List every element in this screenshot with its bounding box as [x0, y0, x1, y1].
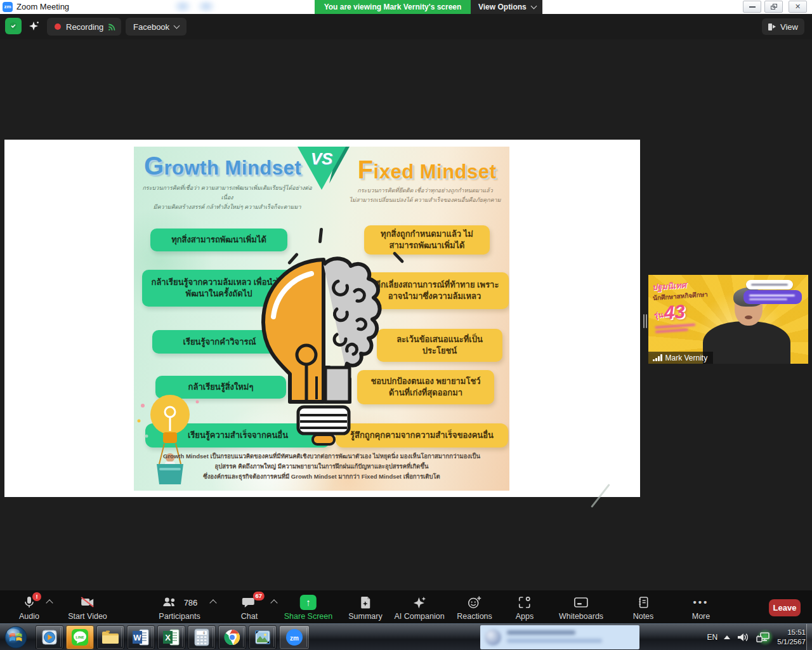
security-shield-icon[interactable] [5, 18, 22, 34]
share-screen-icon: ↑ [300, 595, 317, 610]
zoom-meeting-window: zm Zoom Meeting You are viewing Mark Ver… [0, 0, 812, 650]
mindset-infographic: Growth Mindset VS Fixed Mindset กระบวนกา… [134, 147, 509, 491]
whiteboards-button[interactable]: Whiteboards [559, 595, 603, 621]
taskbar-file-explorer[interactable] [96, 625, 124, 649]
notification-blurred-message [507, 639, 602, 643]
infographic-footer: Growth Mindset เป็นกรอบแนวคิดของคนที่มีท… [147, 451, 497, 482]
reactions-button[interactable]: Reactions [457, 595, 492, 621]
more-button[interactable]: ••• More [692, 595, 710, 621]
ai-companion-sparkle-icon[interactable] [27, 19, 42, 37]
panel-resize-handle[interactable] [642, 314, 648, 328]
chat-options-caret[interactable] [270, 599, 277, 606]
calculator-display: 0 [203, 631, 205, 635]
zoom-app-icon: zm [3, 2, 13, 12]
speech-bubble-white [746, 280, 793, 289]
zoom-bottom-toolbar: ! Audio Start Video 786 Participants 67 … [0, 590, 812, 623]
participant-video-tile[interactable]: ปฐมนิเทศ นักศึกษาสหกิจศึกษา รุ่น 43 Mark… [648, 275, 808, 364]
line-label: LINE [75, 635, 84, 639]
vs-label: VS [298, 149, 346, 169]
viewing-screen-banner: You are viewing Mark Vernity's screen [315, 0, 471, 14]
taskbar-calculator[interactable]: 0 [188, 625, 216, 649]
participant-name-bar: Mark Vernity [648, 352, 713, 364]
apps-button[interactable]: Apps [516, 595, 534, 621]
chevron-down-icon [530, 3, 537, 10]
taskbar-chrome[interactable] [218, 625, 246, 649]
bulb-brain-illustration [251, 255, 396, 448]
restore-button[interactable] [764, 1, 783, 13]
taskbar-zoom[interactable]: zm [279, 625, 310, 649]
chat-unread-badge: 67 [252, 592, 265, 600]
window-title: Zoom Meeting [16, 2, 69, 11]
audio-button[interactable]: ! Audio [19, 595, 39, 621]
view-layout-button[interactable]: View [762, 18, 804, 35]
shared-screen-area: Growth Mindset VS Fixed Mindset กระบวนกา… [4, 140, 640, 497]
taskbar-word[interactable]: W [127, 625, 155, 649]
notes-button[interactable]: Notes [633, 595, 654, 621]
titlebar-smudge [170, 1, 195, 11]
taskbar-line[interactable]: LINE [66, 625, 94, 649]
svg-text:X: X [165, 633, 171, 642]
signal-strength-icon [653, 354, 662, 361]
titlebar-smudge [193, 1, 219, 11]
live-stream-icon[interactable] [103, 18, 121, 36]
chat-notification-toast[interactable] [480, 625, 639, 649]
view-label: View [780, 22, 798, 32]
language-indicator[interactable]: EN [707, 633, 718, 642]
participant-mouth [745, 315, 752, 319]
annotation-pencil-mark [591, 484, 610, 508]
restore-icon [771, 4, 777, 10]
growth-point-1: ทุกสิ่งสามารถพัฒนาเพิ่มได้ [150, 229, 287, 251]
summary-button[interactable]: Summary [348, 595, 382, 621]
participants-button[interactable]: 786 Participants [159, 595, 200, 621]
zoom-icon-label: zm [290, 635, 299, 642]
recording-label: Recording [66, 22, 103, 32]
fixed-subtitle: กระบวนการคิดที่ยึดติด เชื่อว่าทุกอย่างถู… [343, 186, 507, 205]
participant-body [703, 321, 791, 364]
growth-mindset-title: Growth Mindset [138, 152, 308, 180]
taskbar-clock[interactable]: 15:51 5/1/2567 [777, 628, 806, 647]
facebook-label: Facebook [133, 22, 169, 32]
facebook-stream-button[interactable]: Facebook [126, 18, 187, 36]
svg-text:W: W [133, 633, 141, 642]
clock-date: 5/1/2567 [777, 637, 806, 647]
chat-button[interactable]: 67 Chat [241, 595, 258, 621]
growth-subtitle: กระบวนการคิดที่เชื่อว่า ความสามารถพัฒนาเ… [136, 183, 318, 212]
audio-alert-badge: ! [32, 592, 41, 601]
start-video-button[interactable]: Start Video [68, 595, 107, 621]
blurred-overlay-text [655, 323, 695, 328]
share-screen-button[interactable]: ↑ Share Screen [284, 595, 332, 621]
network-icon[interactable] [756, 630, 771, 644]
participants-options-caret[interactable] [209, 599, 216, 606]
close-button[interactable]: ✕ [789, 1, 807, 13]
notification-avatar [485, 629, 501, 646]
system-tray: EN 15:51 5/1/2567 [707, 624, 806, 650]
taskbar-excel[interactable]: X [157, 625, 185, 649]
speech-bubble-purple [743, 290, 802, 304]
clock-time: 15:51 [777, 628, 806, 637]
leave-button[interactable]: Leave [769, 599, 801, 616]
participant-name: Mark Vernity [665, 354, 708, 362]
minimize-icon [749, 6, 756, 8]
taskbar-media-player[interactable] [36, 625, 63, 649]
volume-icon[interactable] [737, 632, 749, 643]
participants-count: 786 [184, 598, 198, 607]
windows-taskbar: LINE W X 0 zm EN [0, 623, 812, 650]
view-options-button[interactable]: View Options [471, 0, 542, 14]
minimize-button[interactable] [743, 1, 761, 13]
meeting-header-bar: Recording Facebook View [0, 14, 812, 39]
view-layout-icon [768, 23, 776, 30]
show-desktop-button[interactable] [806, 624, 812, 650]
audio-options-caret[interactable] [46, 599, 53, 606]
hidden-icons-arrow[interactable] [724, 635, 730, 639]
notification-blurred-title [507, 630, 575, 635]
spark-dash [318, 228, 323, 243]
title-bar: zm Zoom Meeting You are viewing Mark Ver… [0, 0, 812, 14]
recording-dot-icon [55, 23, 61, 30]
taskbar-photo-viewer[interactable] [249, 625, 277, 649]
ai-companion-button[interactable]: AI Companion [394, 595, 444, 621]
start-button[interactable] [4, 625, 28, 649]
more-dots-icon: ••• [693, 599, 709, 606]
video-overlay-title: ปฐมนิเทศ นักศึกษาสหกิจศึกษา รุ่น 43 [652, 277, 710, 333]
fixed-point-1: ทุกสิ่งถูกกำหนดมาแล้ว ไม่สามารถพัฒนาเพิ่… [364, 225, 490, 255]
recording-indicator[interactable]: Recording [47, 18, 111, 36]
